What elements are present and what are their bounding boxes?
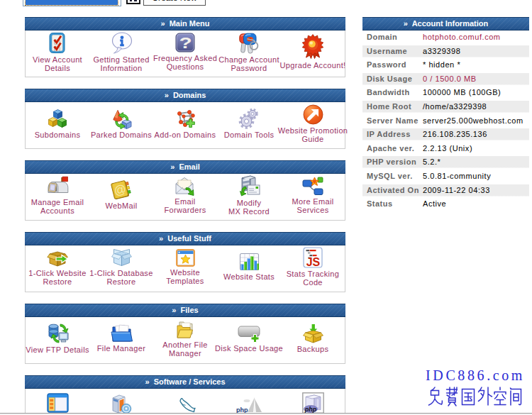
svg-text:php: php <box>304 406 316 413</box>
svg-text:JS: JS <box>306 256 321 268</box>
svg-text:php: php <box>236 406 248 413</box>
svg-text:?: ? <box>179 33 192 51</box>
